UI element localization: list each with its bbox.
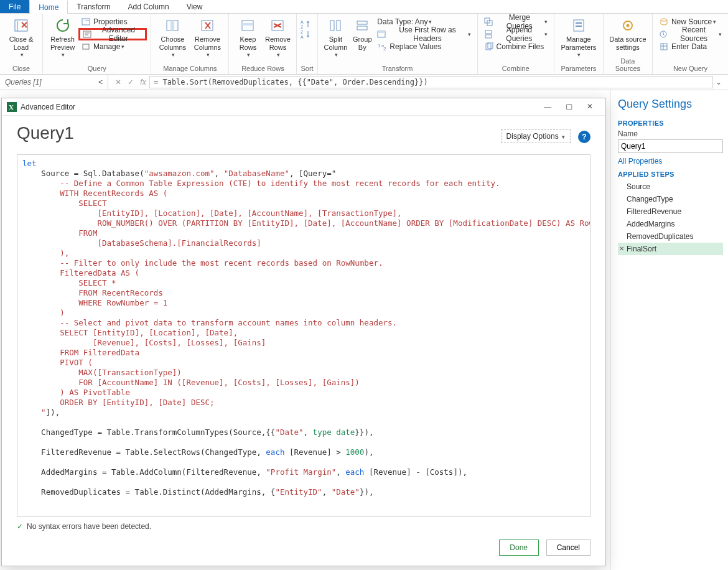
cancel-button[interactable]: Cancel	[546, 540, 590, 556]
append-icon	[484, 29, 493, 39]
recent-sources-button[interactable]: Recent Sources▾	[656, 28, 724, 40]
settings-title: Query Settings	[618, 98, 723, 111]
formula-bar-input[interactable]	[149, 76, 713, 88]
applied-step[interactable]: ChangedType	[618, 193, 723, 205]
refresh-label: Refresh Preview	[50, 35, 75, 52]
editor-titlebar[interactable]: X Advanced Editor — ▢ ✕	[2, 98, 605, 116]
group-label-manage-columns: Manage Columns	[155, 63, 225, 74]
done-button[interactable]: Done	[499, 540, 539, 556]
keep-rows-button[interactable]: Keep Rows▾	[233, 16, 263, 60]
applied-step[interactable]: RemovedDuplicates	[618, 230, 723, 243]
syntax-status: ✓ No syntax errors have been detected.	[2, 517, 605, 533]
tab-transform[interactable]: Transform	[68, 0, 119, 13]
svg-text:A: A	[301, 20, 304, 24]
svg-rect-15	[242, 23, 253, 26]
applied-step[interactable]: Source	[618, 180, 723, 193]
svg-rect-24	[337, 21, 340, 30]
remove-columns-icon	[198, 17, 216, 34]
combine-files-button[interactable]: Combine Files	[482, 40, 550, 53]
replace-values-button[interactable]: 12Replace Values	[375, 40, 473, 53]
tab-view[interactable]: View	[178, 0, 212, 13]
editor-heading: Query1	[17, 123, 501, 143]
parameters-label: Manage Parameters	[561, 35, 596, 52]
ribbon-group-reduce-rows: Keep Rows▾ Remove Rows▾ Reduce Rows	[229, 14, 297, 74]
display-options-button[interactable]: Display Options ▾	[501, 129, 571, 143]
choose-columns-icon	[164, 17, 181, 34]
enter-data-button[interactable]: Enter Data	[656, 40, 724, 53]
query-name-input[interactable]	[618, 139, 723, 153]
keep-rows-label: Keep Rows	[240, 35, 257, 52]
merge-icon	[484, 17, 493, 27]
svg-rect-23	[330, 21, 334, 30]
chevron-left-icon[interactable]: <	[98, 78, 103, 86]
combine-files-label: Combine Files	[497, 42, 544, 51]
close-and-load-button[interactable]: Close & Load▾	[4, 16, 39, 60]
svg-rect-34	[485, 35, 492, 38]
group-label-transform: Transform	[322, 63, 474, 74]
group-label-parameters: Parameters	[558, 63, 599, 74]
tab-bar: File Home Transform Add Column View	[0, 0, 728, 14]
append-queries-button[interactable]: Append Queries▾	[482, 28, 550, 40]
close-window-button[interactable]: ✕	[579, 98, 600, 115]
group-label-data-sources: Data Sources	[607, 56, 648, 74]
remove-rows-button[interactable]: Remove Rows▾	[263, 16, 292, 60]
applied-step[interactable]: FinalSort	[618, 243, 723, 255]
sort-desc-button[interactable]: ZA	[301, 29, 312, 39]
advanced-editor-button[interactable]: Advanced Editor	[78, 28, 147, 40]
svg-point-42	[661, 19, 667, 21]
minimize-button[interactable]: —	[537, 98, 558, 115]
svg-rect-10	[170, 21, 174, 30]
ribbon-group-parameters: Manage Parameters▾ Parameters	[554, 14, 604, 74]
dropdown-caret-icon: ▾	[713, 19, 716, 26]
dropdown-caret-icon: ▾	[468, 31, 471, 38]
group-by-button[interactable]: Group By	[350, 16, 375, 53]
keep-rows-icon	[239, 17, 256, 34]
cancel-formula-icon[interactable]: ✕	[112, 78, 124, 86]
manage-icon	[81, 42, 91, 52]
remove-columns-label: Remove Columns	[194, 35, 221, 52]
formula-expand-icon[interactable]: ⌄	[713, 78, 724, 86]
maximize-button[interactable]: ▢	[558, 98, 579, 115]
sort-asc-button[interactable]: AZ	[301, 19, 312, 29]
svg-rect-26	[357, 26, 367, 30]
first-row-headers-button[interactable]: Use First Row as Headers▾	[375, 28, 473, 40]
ribbon-group-close: Close & Load▾ Close	[0, 14, 43, 74]
split-column-button[interactable]: Split Column▾	[322, 16, 350, 60]
help-button[interactable]: ?	[578, 131, 590, 143]
replace-label: Replace Values	[390, 42, 441, 51]
tab-file[interactable]: File	[0, 0, 29, 13]
accept-formula-icon[interactable]: ✓	[124, 78, 137, 86]
svg-rect-33	[485, 30, 492, 34]
status-text: No syntax errors have been detected.	[27, 522, 151, 531]
applied-step[interactable]: AddedMargins	[618, 218, 723, 230]
dropdown-caret-icon: ▾	[544, 31, 548, 38]
dropdown-caret-icon: ▾	[247, 52, 250, 58]
applied-step[interactable]: FilteredRevenue	[618, 205, 723, 218]
code-editor[interactable]: let Source = Sql.Database("awsamazon.com…	[17, 154, 590, 517]
refresh-preview-button[interactable]: Refresh Preview▾	[47, 16, 78, 60]
group-by-label: Group By	[353, 35, 372, 52]
svg-text:1: 1	[378, 43, 381, 49]
close-load-label: Close & Load	[9, 35, 34, 52]
tab-add-column[interactable]: Add Column	[119, 0, 178, 13]
group-by-icon	[353, 17, 371, 34]
queries-pane-header[interactable]: Queries [1] <	[0, 75, 108, 90]
data-source-settings-button[interactable]: Data source settings	[607, 16, 648, 53]
all-properties-link[interactable]: All Properties	[618, 157, 723, 166]
manage-button[interactable]: Manage▾	[78, 40, 147, 53]
dropdown-caret-icon: ▾	[577, 52, 581, 58]
svg-rect-28	[378, 31, 385, 33]
data-source-label: Data source settings	[609, 35, 646, 52]
remove-rows-icon	[269, 17, 286, 34]
advanced-editor-icon	[83, 29, 91, 39]
svg-rect-5	[83, 31, 91, 37]
tab-home[interactable]: Home	[29, 0, 68, 14]
fx-icon[interactable]: fx	[137, 78, 149, 86]
properties-icon	[81, 17, 91, 27]
choose-columns-button[interactable]: Choose Columns▾	[155, 16, 190, 60]
manage-parameters-button[interactable]: Manage Parameters▾	[558, 16, 599, 60]
ribbon-group-query: Refresh Preview▾ Properties Advanced Edi…	[43, 14, 151, 74]
ribbon-group-new-query: New Source▾ Recent Sources▾ Enter Data N…	[653, 14, 728, 74]
remove-columns-button[interactable]: Remove Columns▾	[190, 16, 225, 60]
replace-icon: 12	[377, 42, 387, 52]
